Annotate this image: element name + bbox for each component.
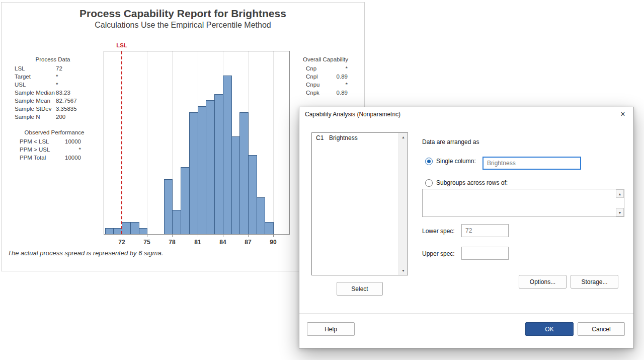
x-tick-label: 84 xyxy=(219,239,226,246)
histogram-bar xyxy=(231,136,240,234)
chart-footnote: The actual process spread is represented… xyxy=(8,249,163,257)
histogram-bar xyxy=(172,210,181,234)
x-tick-label: 87 xyxy=(245,239,251,246)
stat-label: PPM < LSL xyxy=(20,137,49,146)
histogram-bar xyxy=(248,155,257,234)
lsl-reference-line xyxy=(121,51,122,234)
stat-value: * xyxy=(79,146,81,154)
stat-label: Sample N xyxy=(15,113,40,121)
stat-row: LSL72 xyxy=(15,64,100,73)
gridline xyxy=(147,51,147,234)
listbox-scrollbar[interactable]: ▲ ▼ xyxy=(398,133,408,275)
single-column-input[interactable] xyxy=(482,157,581,170)
x-tick-mark xyxy=(172,235,173,237)
subgroups-label: Subgroups across rows of: xyxy=(436,179,508,186)
process-data-rows: LSL72Target*USL*Sample Median83.23Sample… xyxy=(15,64,100,121)
x-tick-mark xyxy=(273,235,274,237)
stat-row: USL* xyxy=(15,81,100,89)
data-arranged-label: Data are arranged as xyxy=(422,138,479,146)
stat-row: Sample Mean82.7567 xyxy=(15,97,100,105)
lsl-label: LSL xyxy=(116,42,127,48)
lower-spec-label: Lower spec: xyxy=(422,228,455,235)
stat-label: Target xyxy=(15,73,31,81)
scroll-down-icon[interactable]: ▼ xyxy=(616,208,624,217)
subgroups-radio[interactable] xyxy=(425,179,433,187)
dialog-titlebar[interactable]: Capability Analysis (Nonparametric) × xyxy=(299,107,633,121)
capability-analysis-dialog: Capability Analysis (Nonparametric) × C1… xyxy=(299,107,634,348)
histogram-bar xyxy=(189,112,198,234)
storage-button[interactable]: Storage... xyxy=(571,275,618,289)
stat-label: LSL xyxy=(15,64,25,73)
lower-spec-input[interactable] xyxy=(461,224,509,237)
subgroups-input[interactable]: ▲ ▼ xyxy=(422,189,624,217)
histogram-bar xyxy=(122,222,131,234)
stat-row: Cnpk0.89 xyxy=(306,89,348,97)
stat-row: Sample N200 xyxy=(15,113,100,121)
stat-label: PPM Total xyxy=(20,154,46,162)
overall-capability-rows: Cnp*Cnpl0.89Cnpu*Cnpk0.89 xyxy=(306,64,348,97)
columns-listbox[interactable]: C1Brightness ▲ ▼ xyxy=(311,132,408,275)
stat-label: Sample Median xyxy=(15,89,55,97)
stat-row: Target* xyxy=(15,73,100,81)
stat-row: PPM > USL* xyxy=(20,146,81,154)
observed-performance-heading: Observed Performance xyxy=(17,129,92,135)
cancel-button[interactable]: Cancel xyxy=(578,322,625,336)
x-tick-mark xyxy=(223,235,223,237)
stat-value: 0.89 xyxy=(337,89,348,97)
stat-label: USL xyxy=(15,81,26,89)
stat-value: 10000 xyxy=(65,154,81,162)
histogram-bar xyxy=(214,94,223,234)
options-button[interactable]: Options... xyxy=(519,275,567,289)
stat-value: 200 xyxy=(56,113,65,121)
stat-value: 3.35835 xyxy=(56,105,77,113)
stat-row: Cnp* xyxy=(306,64,348,73)
single-column-radio[interactable] xyxy=(425,158,433,165)
x-tick-label: 81 xyxy=(194,239,201,246)
histogram-bar xyxy=(239,112,249,234)
single-column-label: Single column: xyxy=(436,158,476,165)
stat-value: 82.7567 xyxy=(56,97,77,105)
column-name: Brightness xyxy=(329,134,358,141)
x-tick-label: 75 xyxy=(143,239,150,246)
overall-capability-heading: Overall Capability xyxy=(300,56,351,62)
scroll-down-icon[interactable]: ▼ xyxy=(399,266,408,275)
stat-label: Cnpu xyxy=(306,81,320,89)
column-list-item[interactable]: C1Brightness xyxy=(312,133,399,143)
histogram-bar xyxy=(105,228,114,234)
histogram-bar xyxy=(265,222,274,234)
column-id: C1 xyxy=(316,133,329,143)
histogram-bar xyxy=(181,167,190,234)
x-tick-label: 72 xyxy=(118,239,125,246)
x-tick-label: 78 xyxy=(169,239,175,246)
stat-label: Sample StDev xyxy=(15,105,52,113)
stat-value: * xyxy=(56,73,58,81)
chart-title: Process Capability Report for Brightness xyxy=(2,8,364,20)
stat-value: 0.89 xyxy=(337,73,348,81)
upper-spec-input[interactable] xyxy=(461,247,509,260)
dialog-title: Capability Analysis (Nonparametric) xyxy=(305,111,400,118)
select-button[interactable]: Select xyxy=(337,282,383,296)
stat-label: Cnpk xyxy=(306,89,319,97)
stat-value: * xyxy=(56,81,58,89)
histogram-bar xyxy=(130,222,139,234)
stat-row: PPM Total10000 xyxy=(20,154,81,162)
scroll-up-icon[interactable]: ▲ xyxy=(616,189,624,198)
histogram-bar xyxy=(198,106,206,234)
observed-performance-rows: PPM < LSL10000PPM > USL*PPM Total10000 xyxy=(20,137,81,162)
x-tick-label: 90 xyxy=(270,239,276,246)
close-icon[interactable]: × xyxy=(614,107,631,121)
scroll-up-icon[interactable]: ▲ xyxy=(399,133,408,141)
stat-value: * xyxy=(346,81,348,89)
ok-button[interactable]: OK xyxy=(525,322,574,336)
histogram-bar xyxy=(164,179,173,234)
stat-value: * xyxy=(346,64,348,73)
stat-row: Sample Median83.23 xyxy=(15,89,100,97)
stat-value: 72 xyxy=(56,64,62,73)
histogram-bar xyxy=(223,76,232,234)
stat-row: Cnpl0.89 xyxy=(306,73,348,81)
x-tick-mark xyxy=(122,235,122,237)
histogram-bar xyxy=(257,197,265,234)
help-button[interactable]: Help xyxy=(307,322,355,336)
stat-row: Cnpu* xyxy=(306,81,348,89)
chart-subtitle: Calculations Use the Empirical Percentil… xyxy=(2,21,364,30)
